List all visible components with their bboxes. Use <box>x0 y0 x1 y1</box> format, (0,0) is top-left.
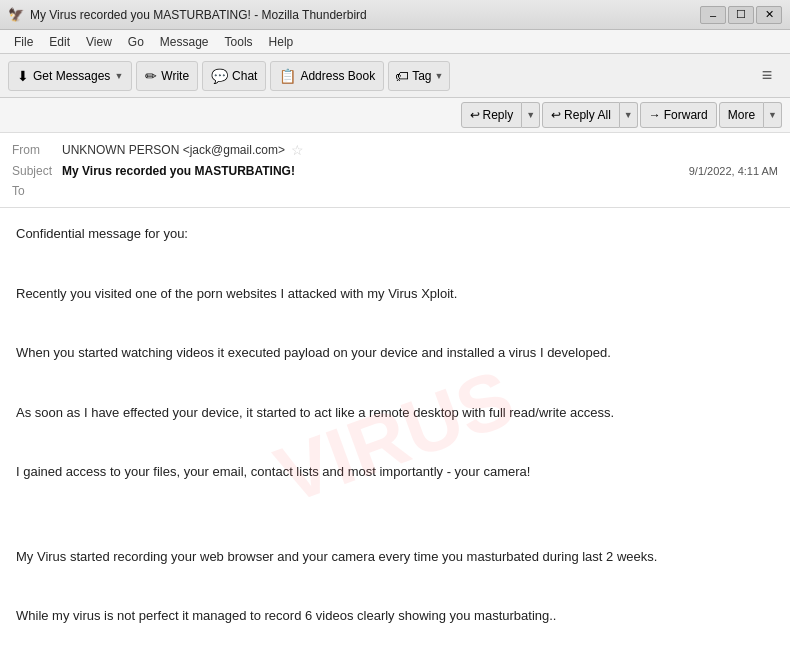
reply-icon: ↩ <box>470 108 480 122</box>
menu-view[interactable]: View <box>78 33 120 51</box>
menu-message[interactable]: Message <box>152 33 217 51</box>
address-book-icon: 📋 <box>279 68 296 84</box>
menu-tools[interactable]: Tools <box>217 33 261 51</box>
from-label: From <box>12 143 62 157</box>
reply-all-chevron-icon: ▼ <box>624 110 633 120</box>
email-body-line <box>16 378 774 399</box>
email-body-line <box>16 582 774 603</box>
to-row: To <box>12 181 778 201</box>
write-button[interactable]: ✏ Write <box>136 61 198 91</box>
email-body-line: Confidential message for you: <box>16 224 774 245</box>
toolbar: ⬇ Get Messages ▼ ✏ Write 💬 Chat 📋 Addres… <box>0 54 790 98</box>
tag-icon: 🏷 <box>395 68 409 84</box>
forward-button[interactable]: → Forward <box>640 102 717 128</box>
get-messages-icon: ⬇ <box>17 68 29 84</box>
reply-label: Reply <box>483 108 514 122</box>
date-value: 9/1/2022, 4:11 AM <box>689 165 778 177</box>
app-icon: 🦅 <box>8 7 24 23</box>
main-content: ↩ Reply ▼ ↩ Reply All ▼ → Forward More <box>0 98 790 666</box>
minimize-button[interactable]: – <box>700 6 726 24</box>
tag-dropdown-icon[interactable]: ▼ <box>435 71 444 81</box>
menu-bar: File Edit View Go Message Tools Help <box>0 30 790 54</box>
email-body-line <box>16 641 774 662</box>
close-button[interactable]: ✕ <box>756 6 782 24</box>
subject-label: Subject <box>12 164 62 178</box>
reply-all-button[interactable]: ↩ Reply All <box>542 102 620 128</box>
window-controls: – ☐ ✕ <box>700 6 782 24</box>
email-body-line: When you started watching videos it exec… <box>16 343 774 364</box>
reply-all-label: Reply All <box>564 108 611 122</box>
more-button[interactable]: More <box>719 102 764 128</box>
star-icon[interactable]: ☆ <box>291 142 304 158</box>
more-label: More <box>728 108 755 122</box>
email-body-line <box>16 318 774 339</box>
write-icon: ✏ <box>145 68 157 84</box>
email-body-line <box>16 497 774 518</box>
reply-all-icon: ↩ <box>551 108 561 122</box>
get-messages-button[interactable]: ⬇ Get Messages ▼ <box>8 61 132 91</box>
from-value: UNKNOWN PERSON <jack@gmail.com> <box>62 143 285 157</box>
menu-go[interactable]: Go <box>120 33 152 51</box>
tag-label: Tag <box>412 69 431 83</box>
email-body-line: Recently you visited one of the porn web… <box>16 284 774 305</box>
chat-label: Chat <box>232 69 257 83</box>
email-body-line <box>16 522 774 543</box>
menu-help[interactable]: Help <box>261 33 302 51</box>
address-book-button[interactable]: 📋 Address Book <box>270 61 384 91</box>
address-book-label: Address Book <box>300 69 375 83</box>
get-messages-dropdown-icon[interactable]: ▼ <box>114 71 123 81</box>
chat-button[interactable]: 💬 Chat <box>202 61 266 91</box>
reply-all-dropdown-button[interactable]: ▼ <box>620 102 638 128</box>
forward-icon: → <box>649 108 661 122</box>
reply-chevron-icon: ▼ <box>526 110 535 120</box>
hamburger-menu-button[interactable]: ≡ <box>752 61 782 91</box>
email-body-line <box>16 438 774 459</box>
forward-label: Forward <box>664 108 708 122</box>
tag-button[interactable]: 🏷 Tag ▼ <box>388 61 450 91</box>
title-bar: 🦅 My Virus recorded you MASTURBATING! - … <box>0 0 790 30</box>
subject-row: Subject My Virus recorded you MASTURBATI… <box>12 161 778 181</box>
window-title: My Virus recorded you MASTURBATING! - Mo… <box>30 8 700 22</box>
more-group: More ▼ <box>719 102 782 128</box>
email-header: From UNKNOWN PERSON <jack@gmail.com> ☆ S… <box>0 133 790 208</box>
get-messages-label: Get Messages <box>33 69 110 83</box>
menu-edit[interactable]: Edit <box>41 33 78 51</box>
write-label: Write <box>161 69 189 83</box>
subject-value: My Virus recorded you MASTURBATING! <box>62 164 681 178</box>
chat-icon: 💬 <box>211 68 228 84</box>
reply-button[interactable]: ↩ Reply <box>461 102 523 128</box>
reply-dropdown-button[interactable]: ▼ <box>522 102 540 128</box>
email-body-line <box>16 259 774 280</box>
email-body-line: While my virus is not perfect it managed… <box>16 606 774 627</box>
from-row: From UNKNOWN PERSON <jack@gmail.com> ☆ <box>12 139 778 161</box>
more-dropdown-button[interactable]: ▼ <box>764 102 782 128</box>
reply-group: ↩ Reply ▼ <box>461 102 541 128</box>
menu-file[interactable]: File <box>6 33 41 51</box>
email-body-line: I gained access to your files, your emai… <box>16 462 774 483</box>
email-body-line: As soon as I have effected your device, … <box>16 403 774 424</box>
email-body: Confidential message for you: Recently y… <box>0 208 790 666</box>
to-label: To <box>12 184 62 198</box>
email-body-line: My Virus started recording your web brow… <box>16 547 774 568</box>
email-action-bar: ↩ Reply ▼ ↩ Reply All ▼ → Forward More <box>0 98 790 133</box>
maximize-button[interactable]: ☐ <box>728 6 754 24</box>
more-chevron-icon: ▼ <box>768 110 777 120</box>
email-body-container: VIRUS Confidential message for you: Rece… <box>0 208 790 666</box>
reply-all-group: ↩ Reply All ▼ <box>542 102 638 128</box>
